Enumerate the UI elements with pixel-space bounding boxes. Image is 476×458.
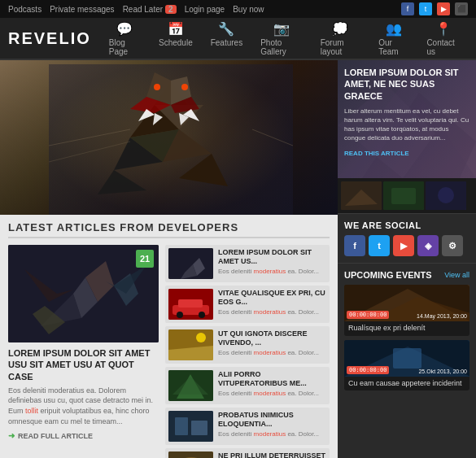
event-card[interactable]: 00:00:00:00 25.Okt 2013, 20:00 Cu eam ca… — [344, 340, 469, 391]
svg-rect-35 — [178, 299, 203, 308]
twitter-topbar-icon[interactable]: t — [419, 2, 432, 15]
article-thumbnail — [168, 370, 213, 401]
we-are-social-title: WE ARE SOCIAL — [344, 220, 469, 230]
contact-icon: 📍 — [435, 21, 452, 37]
youtube-social-button[interactable]: ▶ — [393, 235, 414, 256]
nav-contact[interactable]: 📍 Contact us — [418, 16, 468, 61]
article-title: ALII PORRO VITUPERATORIBUS ME... — [218, 370, 326, 388]
featured-article-image[interactable]: 21 — [8, 245, 159, 342]
list-item[interactable]: ALII PORRO VITUPERATORIBUS ME... Eos del… — [165, 367, 330, 404]
list-item[interactable]: UT QUI IGNOTA DISCERE VIVENDO, ... Eos d… — [165, 326, 330, 364]
sidebar-featured-post: LOREM IPSUM DOLOR SIT AMET, NE NEC SUAS … — [338, 60, 476, 178]
read-full-article-button[interactable]: ➜ READ FULL ARTICLE — [8, 431, 159, 440]
list-item[interactable]: NE PRI ILLUM DETERRUISSET LORE... Eos de… — [165, 448, 330, 458]
event-image-1: 00:00:00:00 14.May 2013, 20:00 — [344, 285, 469, 321]
sidebar-thumb-1[interactable] — [341, 181, 382, 210]
article-excerpt: Eos deleniti moderatius ea. Dolor... — [218, 308, 326, 316]
nav-forum[interactable]: 💭 Forum layout — [312, 16, 369, 61]
events-header: UPCOMING EVENTS View all — [344, 270, 469, 280]
event-date-1: 14.May 2013, 20:00 — [417, 313, 467, 319]
events-title: UPCOMING EVENTS — [344, 270, 432, 280]
svg-rect-58 — [391, 188, 416, 204]
nav-team-label: Our Team — [378, 38, 408, 56]
nav-schedule[interactable]: 📅 Schedule — [151, 16, 201, 61]
forum-icon: 💭 — [332, 21, 348, 37]
article-thumbnail — [168, 248, 213, 279]
event-image-2: 00:00:00:00 25.Okt 2013, 20:00 — [344, 340, 469, 377]
top-bar-social: f t ▶ ⬛ — [401, 2, 468, 15]
article-thumbnail — [168, 451, 213, 458]
article-title: LOREM IPSUM DOLOR SIT AMET US... — [218, 248, 326, 266]
article-content: PROBATUS INIMICUS ELOQUENTIA... Eos dele… — [218, 411, 326, 438]
nav-blog-label: Blog Page — [109, 38, 141, 56]
svg-point-13 — [154, 84, 160, 90]
featured-article-excerpt: Eos deleniti moderatius ea. Dolorem defi… — [8, 386, 159, 426]
svg-point-36 — [177, 312, 183, 318]
twitch-social-button[interactable]: ◈ — [417, 235, 439, 256]
svg-point-37 — [199, 312, 205, 318]
read-later-badge: 2 — [165, 5, 177, 14]
nav-our-team[interactable]: 👥 Our Team — [370, 16, 417, 61]
article-thumbnail — [168, 329, 213, 360]
sidebar-thumb-2[interactable] — [383, 181, 424, 210]
article-content: VITAE QUALISQUE EX PRI, CU EOS G... Eos … — [218, 289, 326, 316]
event-card[interactable]: 00:00:00:00 14.May 2013, 20:00 Rualísque… — [344, 285, 469, 336]
hero-banner[interactable] — [0, 60, 338, 215]
sidebar-thumb-3[interactable] — [426, 181, 466, 210]
list-item[interactable]: VITAE QUALISQUE EX PRI, CU EOS G... Eos … — [165, 286, 330, 323]
nav-gallery-label: Photo Gallery — [260, 38, 302, 56]
featured-article-title: LOREM IPSUM DOLOR SIT AMET USU SIT AMET … — [8, 347, 159, 382]
svg-rect-45 — [175, 417, 188, 435]
article-title: VITAE QUALISQUE EX PRI, CU EOS G... — [218, 289, 326, 307]
hero-illustration — [49, 64, 293, 215]
upcoming-events-section: UPCOMING EVENTS View all 00:00:00:00 14.… — [338, 263, 476, 458]
login-link[interactable]: Login page — [185, 5, 225, 14]
nav-photo-gallery[interactable]: 📷 Photo Gallery — [252, 16, 310, 61]
photo-icon: 📷 — [273, 21, 290, 37]
team-icon: 👥 — [386, 21, 402, 37]
view-all-events-link[interactable]: View all — [444, 271, 469, 279]
nav-features[interactable]: 🔧 Features — [203, 16, 251, 61]
article-content: UT QUI IGNOTA DISCERE VIVENDO, ... Eos d… — [218, 329, 326, 357]
nav-blog-page[interactable]: 💬 Blog Page — [101, 16, 149, 61]
nav-schedule-label: Schedule — [159, 38, 193, 47]
youtube-topbar-icon[interactable]: ▶ — [437, 2, 450, 15]
list-item[interactable]: PROBATUS INIMICUS ELOQUENTIA... Eos dele… — [165, 408, 330, 445]
article-excerpt: Eos deleniti moderatius ea. Dolor... — [218, 390, 326, 398]
misc-topbar-icon[interactable]: ⬛ — [455, 2, 468, 15]
svg-rect-66 — [393, 348, 421, 369]
sidebar-thumbnails — [338, 178, 476, 213]
article-title: UT QUI IGNOTA DISCERE VIVENDO, ... — [218, 329, 326, 347]
list-item[interactable]: LOREM IPSUM DOLOR SIT AMET US... Eos del… — [165, 245, 330, 282]
buy-now-link[interactable]: Buy now — [233, 5, 264, 14]
twitter-social-button[interactable]: t — [369, 235, 390, 256]
article-title: PROBATUS INIMICUS ELOQUENTIA... — [218, 411, 326, 429]
podcasts-link[interactable]: Podcasts — [8, 5, 41, 14]
site-logo[interactable]: REVELIO — [8, 29, 85, 48]
private-messages-link[interactable]: Private messages — [50, 5, 114, 14]
read-later-link[interactable]: Read Later 2 — [123, 5, 177, 14]
facebook-topbar-icon[interactable]: f — [401, 2, 414, 15]
article-badge: 21 — [136, 250, 154, 268]
latest-articles-section: LATEST ARTICLES FROM DEVELOPERS — [0, 215, 338, 458]
article-thumbnail — [168, 289, 213, 320]
main-wrapper: LATEST ARTICLES FROM DEVELOPERS — [0, 60, 476, 458]
svg-rect-46 — [191, 421, 207, 435]
nav-items: 💬 Blog Page 📅 Schedule 🔧 Features 📷 Phot… — [101, 16, 468, 61]
svg-point-40 — [196, 333, 206, 342]
article-excerpt: Eos deleniti moderatius ea. Dolor... — [218, 268, 326, 276]
features-icon: 🔧 — [218, 21, 234, 37]
content-area: LATEST ARTICLES FROM DEVELOPERS — [0, 60, 338, 458]
facebook-social-button[interactable]: f — [344, 235, 365, 256]
schedule-icon: 📅 — [168, 21, 184, 37]
event-label-1: Rualísque ex pri delenít — [344, 321, 469, 336]
we-are-social-section: WE ARE SOCIAL f t ▶ ◈ ⚙ — [338, 213, 476, 263]
steam-social-button[interactable]: ⚙ — [442, 235, 463, 256]
event-label-2: Cu eam causae appetere inciderint — [344, 377, 469, 391]
article-excerpt: Eos deleniti moderatius ea. Dolor... — [218, 349, 326, 357]
articles-grid: 21 LOREM IPSUM DOLOR SIT AMET USU SIT AM… — [8, 245, 330, 458]
right-sidebar: LOREM IPSUM DOLOR SIT AMET, NE NEC SUAS … — [338, 60, 476, 458]
nav-forum-label: Forum layout — [321, 38, 361, 56]
sidebar-read-article-button[interactable]: READ THIS ARTICLE — [344, 150, 469, 157]
blog-icon: 💬 — [116, 21, 133, 37]
